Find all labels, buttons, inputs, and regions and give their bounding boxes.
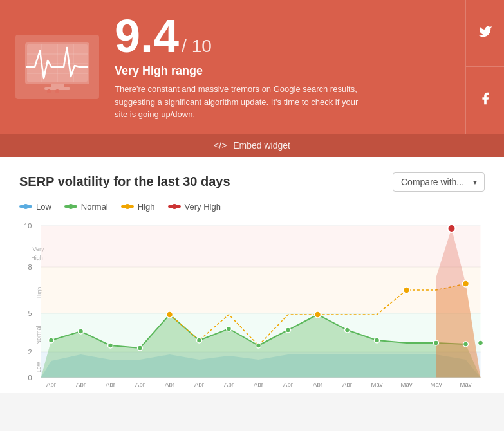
compare-wrapper: Compare with... — [393, 172, 485, 192]
svg-point-39 — [463, 280, 469, 287]
svg-text:Apr: Apr — [224, 381, 234, 387]
svg-text:Apr: Apr — [135, 381, 145, 387]
legend-dot-high — [121, 205, 134, 208]
svg-point-45 — [197, 338, 202, 343]
svg-text:10: 10 — [24, 222, 32, 230]
embed-label: Embed widget — [233, 140, 290, 151]
twitter-button[interactable] — [466, 0, 504, 67]
svg-point-50 — [375, 338, 380, 343]
chart-title: SERP volatility for the last 30 days — [19, 174, 230, 189]
svg-text:8: 8 — [28, 263, 32, 271]
code-icon: </> — [214, 140, 227, 151]
social-buttons — [465, 0, 504, 134]
svg-text:May: May — [371, 381, 383, 387]
score-denom: / 10 — [182, 36, 212, 56]
svg-point-38 — [404, 287, 410, 293]
svg-text:Apr: Apr — [76, 381, 86, 387]
svg-point-44 — [138, 345, 143, 351]
svg-text:Apr: Apr — [194, 381, 204, 387]
svg-text:Apr: Apr — [106, 381, 115, 387]
monitor-icon — [15, 35, 99, 99]
svg-text:0: 0 — [28, 374, 32, 381]
svg-point-47 — [256, 343, 261, 348]
svg-text:May: May — [431, 381, 442, 387]
header-main: 9.4/ 10 Very High range There're constan… — [0, 0, 465, 134]
chart-svg: 10 8 5 2 0 Very High High Normal Low — [19, 219, 485, 387]
svg-point-51 — [434, 340, 439, 345]
score-description: There're constant and massive tremors on… — [115, 83, 359, 121]
score-section: 9.4/ 10 Very High range There're constan… — [115, 13, 359, 121]
facebook-icon — [478, 91, 492, 109]
score-range: Very High range — [115, 64, 359, 78]
svg-text:Apr: Apr — [283, 381, 293, 387]
svg-point-40 — [448, 225, 456, 232]
svg-text:Apr: Apr — [342, 381, 352, 387]
svg-text:Apr: Apr — [165, 381, 174, 387]
chart-section: SERP volatility for the last 30 days Com… — [0, 157, 504, 393]
legend-dot-low — [19, 205, 32, 208]
legend-normal: Normal — [64, 202, 108, 212]
svg-text:Apr: Apr — [254, 381, 263, 387]
svg-text:May: May — [401, 381, 413, 387]
chart-header: SERP volatility for the last 30 days Com… — [19, 172, 485, 192]
svg-point-53 — [478, 340, 483, 345]
legend-high: High — [121, 202, 155, 212]
svg-text:Apr: Apr — [46, 381, 56, 387]
score-display: 9.4/ 10 — [115, 13, 359, 59]
svg-point-52 — [463, 342, 469, 347]
svg-text:2: 2 — [28, 348, 32, 356]
svg-point-48 — [286, 327, 291, 333]
svg-text:Low: Low — [35, 362, 42, 372]
legend-veryhigh-label: Very High — [185, 202, 221, 212]
svg-point-42 — [79, 329, 84, 334]
chart-container: 10 8 5 2 0 Very High High Normal Low — [19, 219, 485, 387]
legend-dot-veryhigh — [168, 205, 181, 208]
svg-text:Normal: Normal — [35, 326, 42, 344]
legend-high-label: High — [138, 202, 155, 212]
svg-rect-30 — [41, 226, 481, 267]
legend-normal-label: Normal — [81, 202, 108, 212]
svg-text:May: May — [460, 381, 472, 387]
svg-point-37 — [315, 311, 321, 318]
svg-point-41 — [49, 338, 54, 343]
embed-bar[interactable]: </> Embed widget — [0, 134, 504, 157]
score-number: 9.4 — [115, 10, 179, 62]
twitter-icon — [478, 24, 492, 42]
svg-rect-8 — [51, 84, 64, 87]
legend-dot-normal — [64, 205, 77, 208]
svg-point-49 — [345, 327, 350, 333]
header-card: 9.4/ 10 Very High range There're constan… — [0, 0, 504, 134]
legend-low-label: Low — [36, 202, 51, 212]
svg-text:Apr: Apr — [313, 381, 322, 387]
svg-point-46 — [227, 326, 232, 331]
legend-veryhigh: Very High — [168, 202, 221, 212]
svg-text:5: 5 — [28, 309, 32, 317]
svg-point-36 — [167, 311, 173, 318]
facebook-button[interactable] — [466, 67, 504, 133]
svg-point-43 — [108, 343, 113, 348]
chart-legend: Low Normal High Very High — [19, 202, 485, 212]
legend-low: Low — [19, 202, 51, 212]
compare-dropdown[interactable]: Compare with... — [393, 172, 485, 192]
